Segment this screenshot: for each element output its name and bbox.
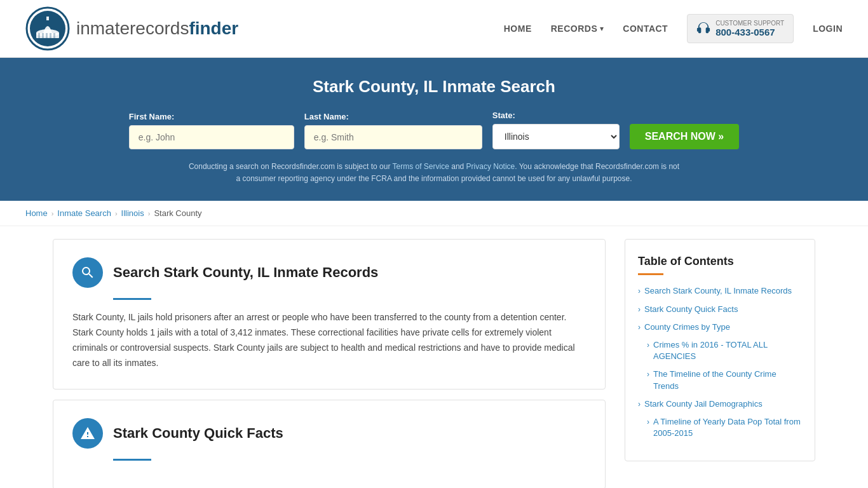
content-area: Search Stark County, IL Inmate Records S… [53,239,606,488]
toc-item-5[interactable]: › Stark County Jail Demographics [638,398,802,410]
search-section-divider [113,298,151,300]
logo-regular: inmaterecords [76,18,189,38]
search-section: Search Stark County, IL Inmate Records S… [53,239,606,389]
last-name-label: Last Name: [304,112,482,121]
toc-title: Table of Contents [638,255,802,268]
toc-item-1[interactable]: › Stark County Quick Facts [638,304,802,315]
breadcrumb-home[interactable]: Home [25,208,48,218]
warning-icon [80,426,95,441]
hero-title: Stark County, IL Inmate Search [25,77,843,97]
magnifier-icon [80,265,95,280]
header: inmaterecordsfinder HOME RECORDS ▾ CONTA… [0,0,868,58]
logo-bold: finder [189,18,238,38]
quick-facts-title: Stark County Quick Facts [113,425,283,442]
search-section-icon [72,257,103,288]
breadcrumb-sep-1: › [51,210,54,217]
toc-item-6[interactable]: › A Timeline of Yearly Data Pop Total fr… [638,416,802,439]
login-button[interactable]: LOGIN [813,24,843,34]
headset-icon [696,22,710,36]
sidebar: Table of Contents › Search Stark County,… [625,239,815,488]
toc-link-0: Search Stark County, IL Inmate Records [644,285,792,297]
quick-facts-icon [72,418,103,449]
toc-link-1: Stark County Quick Facts [644,304,738,315]
first-name-group: First Name: [129,112,294,149]
first-name-input[interactable] [129,125,294,149]
disclaimer-text: Conducting a search on Recordsfinder.com… [186,161,682,185]
nav-home[interactable]: HOME [504,24,532,34]
toc-item-0[interactable]: › Search Stark County, IL Inmate Records [638,285,802,297]
toc-chevron-5: › [638,400,641,409]
toc-chevron-6: › [647,417,649,426]
toc-item-4[interactable]: › The Timeline of the County Crime Trend… [638,369,802,391]
toc-item-3[interactable]: › Crimes % in 2016 - TOTAL ALL AGENCIES [638,339,802,362]
last-name-group: Last Name: [304,112,482,149]
breadcrumb-sep-3: › [148,210,151,217]
svg-rect-7 [46,33,48,38]
search-section-header: Search Stark County, IL Inmate Records [72,257,586,288]
svg-rect-4 [46,17,49,20]
state-label: State: [492,111,620,120]
nav-contact[interactable]: CONTACT [623,24,668,34]
search-section-body: Stark County, IL jails hold prisoners af… [72,310,586,370]
logo-area: inmaterecordsfinder [25,6,238,51]
breadcrumb-illinois[interactable]: Illinois [121,208,144,218]
svg-rect-8 [50,33,51,38]
quick-facts-divider [113,459,151,461]
toc-chevron-3: › [647,341,649,349]
toc-chevron-0: › [638,287,641,295]
support-phone: 800-433-0567 [715,27,784,37]
breadcrumb-inmate-search[interactable]: Inmate Search [57,208,111,218]
breadcrumb: Home › Inmate Search › Illinois › Stark … [0,201,868,226]
first-name-label: First Name: [129,112,294,121]
svg-rect-9 [53,33,55,38]
toc-divider [638,273,663,275]
quick-facts-header: Stark County Quick Facts [72,418,586,449]
logo-text[interactable]: inmaterecordsfinder [76,18,238,39]
search-button[interactable]: SEARCH NOW » [630,124,739,149]
nav-records[interactable]: RECORDS ▾ [551,24,604,34]
toc-chevron-1: › [638,305,641,314]
toc-link-4: The Timeline of the County Crime Trends [653,369,802,391]
state-select[interactable]: Illinois [492,124,620,149]
toc-link-2: County Crimes by Type [644,322,730,333]
svg-rect-6 [42,33,44,38]
customer-support: CUSTOMER SUPPORT 800-433-0567 [687,14,794,43]
svg-rect-5 [38,33,40,38]
support-label: CUSTOMER SUPPORT [715,20,784,27]
toc-chevron-2: › [638,323,641,332]
breadcrumb-sep-2: › [115,210,118,217]
privacy-link[interactable]: Privacy Notice [466,162,515,171]
quick-facts-section: Stark County Quick Facts [53,400,606,488]
search-section-title: Search Stark County, IL Inmate Records [113,264,378,281]
state-group: State: Illinois [492,111,620,149]
main-content: Search Stark County, IL Inmate Records S… [27,226,841,488]
breadcrumb-stark-county: Stark County [154,208,201,218]
last-name-input[interactable] [304,125,482,149]
toc-item-2[interactable]: › County Crimes by Type [638,322,802,333]
search-form: First Name: Last Name: State: Illinois S… [25,111,843,149]
hero-section: Stark County, IL Inmate Search First Nam… [0,58,868,201]
tos-link[interactable]: Terms of Service [393,162,449,171]
toc-link-3: Crimes % in 2016 - TOTAL ALL AGENCIES [653,339,802,362]
toc-link-5: Stark County Jail Demographics [644,398,763,410]
main-nav: HOME RECORDS ▾ CONTACT CUSTOMER SUPPORT … [504,14,843,43]
logo-icon [25,6,70,51]
table-of-contents: Table of Contents › Search Stark County,… [625,239,815,461]
toc-chevron-4: › [647,370,649,379]
toc-link-6: A Timeline of Yearly Data Pop Total from… [653,416,802,439]
